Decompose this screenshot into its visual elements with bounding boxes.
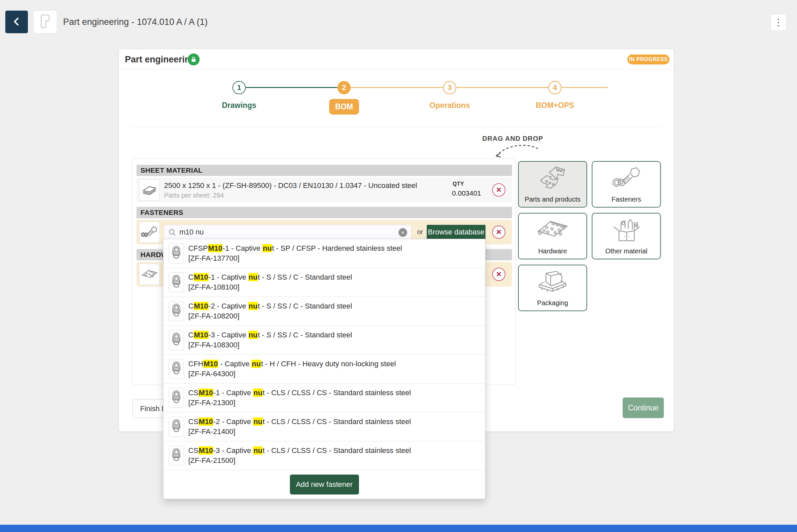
captive-nut-icon: [169, 417, 184, 437]
category-label: Hardware: [519, 247, 586, 255]
step-1-circle[interactable]: 1: [232, 81, 246, 94]
search-result-item[interactable]: CFHM10 - Captive nut - H / CFH - Heavy d…: [164, 355, 485, 383]
category-label: Fasteners: [592, 195, 660, 203]
drag-and-drop-label: DRAG AND DROP: [482, 135, 543, 142]
step-1-label[interactable]: Drawings: [222, 101, 257, 110]
captive-nut-icon: [169, 359, 184, 379]
sheet-parts-icon: [537, 164, 569, 194]
captive-nut-icon: [169, 301, 184, 321]
box-tools-icon: [611, 216, 642, 245]
kebab-menu-button[interactable]: ⋮: [771, 14, 786, 31]
search-icon: [169, 229, 176, 238]
part-thumbnail: [33, 10, 57, 34]
back-button[interactable]: [5, 11, 28, 33]
fastener-search-input[interactable]: [179, 226, 388, 239]
part-outline-icon: [39, 14, 52, 30]
stepper-line-2: [351, 87, 443, 88]
qty-block: QTY 0.003401: [452, 181, 485, 197]
stepper-line-1: [246, 87, 337, 88]
search-result-item[interactable]: CSM10-1 - Captive nut - CLS / CLSS / CS …: [164, 383, 485, 413]
category-label: Packaging: [519, 299, 586, 307]
category-card-other-material[interactable]: Other material: [592, 213, 661, 259]
result-text: CM10-1 - Captive nut - S / SS / C - Stan…: [188, 272, 352, 292]
step-3-label[interactable]: Operations: [430, 101, 470, 110]
lock-icon: [188, 54, 200, 65]
card-title: Part engineering: [125, 55, 195, 65]
hinge-small-icon: [139, 264, 160, 285]
parts-per-sheet: Parts per sheet: 294: [164, 192, 224, 199]
fastener-search-dropdown: CFSPM10-1 - Captive nut - SP / CFSP - Ha…: [163, 239, 486, 499]
captive-nut-icon: [169, 388, 184, 408]
captive-nut-icon: [169, 243, 184, 263]
category-label: Other material: [592, 247, 660, 255]
qty-value: 0.003401: [452, 189, 485, 197]
search-result-item[interactable]: CSM10-3 - Captive nut - CLS / CLSS / CS …: [164, 441, 485, 470]
result-text: CFSPM10-1 - Captive nut - SP / CFSP - Ha…: [188, 243, 402, 263]
fastener-search-box: ✕: [164, 225, 412, 240]
continue-button[interactable]: Continue: [623, 398, 664, 418]
result-text: CSM10-1 - Captive nut - CLS / CLSS / CS …: [188, 388, 411, 408]
pallet-icon: [536, 268, 569, 298]
result-text: CFHM10 - Captive nut - H / CFH - Heavy d…: [188, 359, 396, 379]
dropdown-footer: Add new fastener: [164, 470, 485, 499]
stepper-line-4: [562, 87, 608, 88]
sheet-material-row: 2500 x 1250 x 1 - (ZF-SH-89500) - DC03 /…: [136, 178, 512, 202]
captive-nut-icon: [169, 272, 184, 292]
remove-sheet-button[interactable]: ✕: [492, 183, 506, 196]
bottom-bar: [0, 525, 797, 532]
category-card-fasteners[interactable]: Fasteners: [592, 161, 661, 208]
step-3-circle[interactable]: 3: [443, 81, 456, 94]
sheet-stack-icon: [139, 179, 160, 201]
search-result-item[interactable]: CM10-3 - Captive nut - S / SS / C - Stan…: [164, 326, 485, 355]
chevron-left-icon: [12, 17, 21, 27]
step-4-label[interactable]: BOM+OPS: [536, 101, 574, 110]
bolt-nut-icon: [610, 164, 642, 194]
material-category-palette: Parts and productsFastenersHardwareOther…: [518, 161, 662, 311]
step-2-circle[interactable]: 2: [337, 81, 351, 94]
clear-search-icon[interactable]: ✕: [398, 228, 407, 237]
category-card-packaging[interactable]: Packaging: [518, 265, 587, 311]
qty-label: QTY: [453, 181, 485, 187]
search-result-item[interactable]: CSM10-2 - Captive nut - CLS / CLSS / CS …: [164, 413, 485, 441]
search-result-item[interactable]: CM10-1 - Captive nut - S / SS / C - Stan…: [164, 268, 485, 297]
result-text: CSM10-2 - Captive nut - CLS / CLSS / CS …: [188, 417, 411, 437]
result-text: CM10-2 - Captive nut - S / SS / C - Stan…: [188, 301, 352, 321]
divider: [132, 127, 662, 127]
sheet-material-title: 2500 x 1250 x 1 - (ZF-SH-89500) - DC03 /…: [164, 181, 417, 190]
section-header-fasteners: FASTENERS: [136, 207, 512, 218]
search-result-item[interactable]: CM10-2 - Captive nut - S / SS / C - Stan…: [164, 297, 485, 326]
divider: [119, 69, 674, 70]
stepper-line-3: [456, 87, 548, 88]
captive-nut-icon: [169, 330, 184, 350]
hinge-icon: [536, 216, 569, 244]
remove-hardware-button[interactable]: ✕: [492, 268, 506, 281]
category-card-hardware[interactable]: Hardware: [518, 213, 587, 259]
step-2-label[interactable]: BOM: [329, 99, 359, 115]
search-result-item[interactable]: CFSPM10-1 - Captive nut - SP / CFSP - Ha…: [164, 239, 485, 268]
category-card-parts-and-products[interactable]: Parts and products: [518, 161, 587, 208]
page-title: Part engineering - 1074.010 A / A (1): [63, 17, 208, 27]
captive-nut-icon: [169, 446, 184, 466]
bolt-nut-small-icon: [139, 222, 160, 243]
step-4-circle[interactable]: 4: [548, 81, 562, 94]
or-label: or: [417, 228, 423, 236]
section-header-sheet-material: SHEET MATERIAL: [136, 165, 512, 176]
result-text: CM10-3 - Captive nut - S / SS / C - Stan…: [188, 330, 352, 350]
result-text: CSM10-3 - Captive nut - CLS / CLSS / CS …: [188, 446, 411, 466]
remove-fastener-button[interactable]: ✕: [492, 226, 506, 239]
browse-database-button[interactable]: Browse database: [427, 225, 486, 240]
status-badge: IN PROGRESS: [627, 55, 669, 64]
category-label: Parts and products: [519, 195, 586, 203]
add-new-fastener-button[interactable]: Add new fastener: [290, 475, 359, 494]
